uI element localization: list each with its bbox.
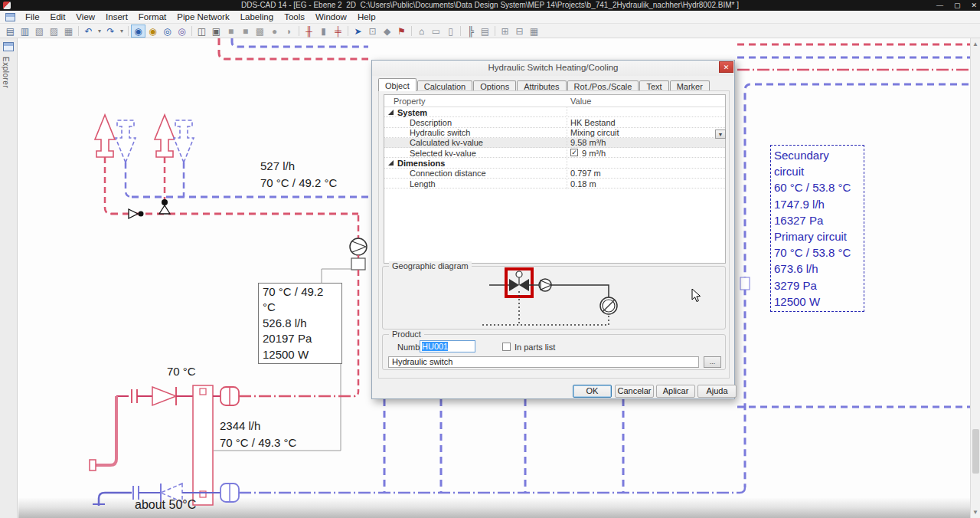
save-icon[interactable]: ▥ [18,25,32,38]
close-window-button[interactable]: ✕ [971,0,977,11]
grid-line-icon[interactable]: ╪ [331,25,345,38]
about-50-label: about 50°C [135,498,196,512]
undo-menu-icon[interactable]: ▾ [96,25,103,38]
circuit-line: Primary circuit [774,228,861,244]
help-button[interactable]: Ajuda [697,385,737,398]
scroll-up-arrow[interactable]: ▲ [971,39,980,49]
zoom-window-icon[interactable]: ◫ [194,25,209,38]
info-line: 20197 Pa [263,331,338,346]
kv-checkbox[interactable]: ✓ [570,149,578,156]
expand-triangle-icon[interactable] [388,160,394,166]
circuit-data-box: Secundary circuit60 °C / 53.8 °C1747.9 l… [770,145,864,312]
product-group: Product Number: HU001 In parts list Hydr… [382,334,726,370]
tab-calculation[interactable]: Calculation [417,80,472,91]
browse-button[interactable]: ... [704,356,721,368]
menu-item[interactable]: Tools [279,11,310,22]
pan-view-icon[interactable]: ■ [224,25,238,38]
menu-item[interactable]: Insert [100,11,133,22]
flow-label-527: 527 l/h [260,159,295,172]
ok-button[interactable]: OK [573,385,612,398]
tab-rot-pos-scale[interactable]: Rot./Pos./Scale [567,80,639,91]
tab-object[interactable]: Object [378,78,416,91]
image-icon[interactable]: ▭ [429,25,443,38]
in-parts-list-checkbox[interactable] [502,343,511,351]
print-icon[interactable]: ▨ [47,25,61,38]
duct-icon[interactable]: ▤ [478,25,492,38]
menu-item[interactable]: Window [310,11,352,22]
undo-icon[interactable]: ↶ [81,25,96,38]
grid-row-connection-distance[interactable]: Connection distance 0.797 m [384,169,725,179]
zoom-out-icon[interactable]: ◎ [160,25,175,38]
menu-item[interactable]: Labeling [235,11,279,22]
scroll-down-arrow[interactable]: ▼ [971,507,980,517]
sphere-view-icon[interactable]: ● [267,25,282,38]
zoom-dynamic-icon[interactable]: ◉ [131,25,145,38]
expand-triangle-icon[interactable] [388,110,394,115]
view-2d-icon[interactable]: ■ [238,25,253,38]
selected-text: HU001 [422,342,448,351]
layout-icon[interactable]: ⊞ [498,25,512,38]
tab-options[interactable]: Options [473,80,516,91]
tab-attributes[interactable]: Attributes [517,80,566,91]
left-dock-panel: Explorer [0,38,18,518]
zoom-in-icon[interactable]: ◉ [145,25,160,38]
toolbar: ▤▥▧▨▦↶▾↷▾◉◉◎◎◫▣■■▩●◗╫▮╪➤⊡◆⚑⌂▭▯╠▤⊞⊟▦ [0,24,980,38]
redo-menu-icon[interactable]: ▾ [118,25,126,38]
grid-row-length[interactable]: Length 0.18 m [384,179,725,189]
toolbar-icon [128,26,129,36]
column-icon[interactable]: ▯ [443,25,458,38]
dialog-close-button[interactable]: ✕ [719,61,733,73]
paste-icon[interactable]: ▤ [3,25,18,38]
pipe-icon[interactable]: ╠ [463,25,478,38]
toolbar-icon [411,26,412,36]
circuit-line: 1747.9 l/h [774,196,861,212]
temp-label-49-3: 70 °C / 49.3 °C [220,436,296,449]
copy-icon[interactable]: ▧ [32,25,47,38]
title-bar: DDS-CAD 14 - [EG - Ebene 2 2D C:\Users\P… [0,0,980,11]
product-description-field[interactable]: Hydraulic switch [388,356,699,368]
note-icon[interactable]: ⊡ [365,25,380,38]
menu-item[interactable]: Pipe Network [172,11,234,22]
table-icon[interactable]: ▦ [527,25,541,38]
flow-label-2344: 2344 l/h [220,419,260,432]
explorer-tab[interactable]: Explorer [2,57,10,88]
redo-icon[interactable]: ↷ [103,25,118,38]
grid-row-system[interactable]: System [384,107,725,117]
shaded-view-icon[interactable]: ◗ [282,25,296,38]
circuit-line: 60 °C / 53.8 °C [774,179,861,195]
flag-icon[interactable]: ⚑ [394,25,409,38]
dropdown-arrow-icon[interactable]: ▼ [715,130,726,139]
grid-row-description[interactable]: Description HK Bestand [384,117,725,127]
tab-marker[interactable]: Marker [670,80,710,91]
menu-item[interactable]: View [70,11,100,22]
menu-item[interactable]: Format [133,11,172,22]
explorer-panel-icon[interactable] [3,42,14,51]
scroll-thumb[interactable] [972,429,979,474]
maximize-button[interactable]: ▢ [954,0,961,11]
apply-button[interactable]: Aplicar [656,385,695,398]
grid-row-selected-kv[interactable]: Selected kv-value ✓ 9 m³/h [384,148,725,158]
grid-header: Property Value [384,95,725,107]
vertical-scrollbar[interactable]: ▲ ▼ [970,38,980,518]
zoom-previous-icon[interactable]: ◎ [175,25,189,38]
component-icon[interactable]: ◆ [380,25,394,38]
menu-item[interactable]: Edit [45,11,71,22]
menu-item[interactable]: File [20,11,45,22]
preview-icon[interactable]: ▦ [61,25,76,38]
grid-row-dimensions[interactable]: Dimensions [384,158,725,168]
view-3d-icon[interactable]: ▩ [253,25,267,38]
zoom-extents-icon[interactable]: ▣ [209,25,224,38]
dimension-icon[interactable]: ╫ [302,25,316,38]
cancel-button[interactable]: Cancelar [615,385,654,398]
home-icon[interactable]: ⌂ [414,25,429,38]
geographic-diagram-group: Geographic diagram [382,266,726,329]
minimize-button[interactable]: — [936,0,943,11]
wall-icon[interactable]: ▮ [316,25,331,38]
number-input[interactable]: HU001 [420,340,475,352]
grid-row-hydraulic-switch[interactable]: Hydraulic switch Mixing circuit [384,128,725,138]
grid-row-calculated-kv[interactable]: Calculated kv-value 9.58 m³/h [384,138,725,148]
sheet-icon[interactable]: ⊟ [512,25,527,38]
menu-item[interactable]: Help [352,11,381,22]
tab-text[interactable]: Text [639,80,668,91]
measure-icon[interactable]: ➤ [351,25,365,38]
